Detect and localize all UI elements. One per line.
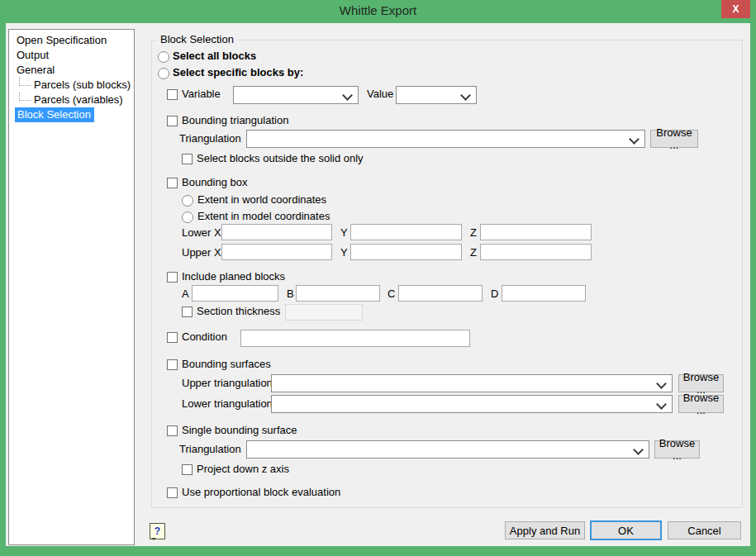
sidebar-item-general[interactable]: General: [9, 63, 134, 78]
lower-x-input[interactable]: [221, 224, 332, 240]
triangulation-browse-button[interactable]: Browse ...: [650, 130, 698, 148]
bounding-triangulation-label: Bounding triangulation: [182, 114, 288, 126]
plane-a-input[interactable]: [192, 285, 278, 302]
tree-item-label: General: [17, 64, 55, 76]
upper-triangulation-browse-button[interactable]: Browse ...: [678, 374, 724, 392]
close-button[interactable]: X: [721, 0, 750, 18]
project-down-z-label: Project down z axis: [197, 463, 289, 475]
chevron-down-icon: [629, 134, 640, 145]
plane-d-label: D: [491, 288, 498, 300]
tree-branch-icon: [19, 78, 31, 86]
value-dropdown[interactable]: [396, 86, 477, 104]
condition-input[interactable]: [240, 330, 470, 347]
upper-y-label: Y: [340, 246, 348, 259]
lower-y-label: Y: [340, 226, 348, 239]
variable-label: Variable: [182, 88, 221, 100]
proportional-evaluation-checkbox[interactable]: [167, 487, 178, 498]
upper-y-input[interactable]: [350, 244, 462, 260]
value-label: Value: [367, 88, 393, 100]
bounding-surfaces-checkbox[interactable]: [167, 359, 178, 370]
lower-triangulation-browse-button[interactable]: Browse ...: [678, 395, 724, 413]
sidebar-item-output[interactable]: Output: [9, 48, 134, 63]
tree-item-label: Parcels (variables): [34, 93, 123, 106]
single-triangulation-label: Triangulation: [179, 443, 241, 455]
single-bounding-surface-label: Single bounding surface: [182, 424, 297, 436]
chevron-down-icon: [342, 90, 353, 101]
lower-z-input[interactable]: [480, 224, 592, 240]
close-icon: X: [732, 3, 739, 15]
block-selection-group: Block Selection Select all blocks Select…: [151, 40, 743, 508]
plane-c-input[interactable]: [398, 285, 483, 302]
plane-d-input[interactable]: [502, 285, 586, 302]
upper-z-input[interactable]: [480, 244, 592, 260]
dialog-content: Open Specification Output General Parcel…: [6, 23, 750, 546]
condition-checkbox[interactable]: [167, 332, 178, 343]
upper-z-label: Z: [470, 246, 477, 259]
ok-button[interactable]: OK: [590, 520, 662, 540]
proportional-evaluation-label: Use proportional block evaluation: [182, 486, 340, 498]
group-title: Block Selection: [157, 33, 237, 45]
project-down-z-checkbox[interactable]: [182, 464, 193, 475]
variable-dropdown[interactable]: [233, 86, 359, 104]
window-title: Whittle Export: [0, 0, 756, 23]
single-bounding-surface-checkbox[interactable]: [167, 425, 178, 436]
bounding-box-checkbox[interactable]: [167, 178, 178, 188]
include-planed-blocks-label: Include planed blocks: [182, 270, 285, 283]
sidebar-item-parcels-sub-blocks[interactable]: Parcels (sub blocks): [9, 78, 134, 93]
select-all-blocks-radio[interactable]: [158, 51, 169, 63]
sidebar-item-block-selection[interactable]: Block Selection: [9, 107, 134, 122]
extent-world-radio[interactable]: [182, 195, 193, 207]
titlebar: Whittle Export X: [0, 0, 756, 23]
select-specific-blocks-label: Select specific blocks by:: [173, 66, 303, 78]
section-thickness-label: Section thickness: [197, 305, 280, 317]
select-blocks-outside-checkbox[interactable]: [182, 154, 193, 164]
select-all-blocks-label: Select all blocks: [173, 50, 256, 62]
sidebar-item-open-specification[interactable]: Open Specification: [9, 33, 134, 48]
tree-branch-icon: [19, 93, 31, 101]
chevron-down-icon: [656, 378, 667, 389]
chevron-down-icon: [656, 399, 667, 410]
bounding-surfaces-label: Bounding surfaces: [182, 358, 271, 370]
extent-model-label: Extent in model coordinates: [197, 210, 330, 222]
section-thickness-checkbox[interactable]: [182, 307, 193, 317]
chevron-down-icon: [460, 90, 471, 101]
plane-b-label: B: [287, 288, 294, 300]
include-planed-blocks-checkbox[interactable]: [167, 272, 178, 283]
lower-x-label: Lower X: [182, 226, 221, 239]
chevron-down-icon: [633, 444, 644, 455]
triangulation-dropdown[interactable]: [246, 130, 645, 148]
tree-item-label: Open Specification: [17, 34, 107, 46]
whittle-export-dialog: { "window": { "title": "Whittle Export",…: [0, 0, 756, 556]
lower-triangulation-label: Lower triangulation: [182, 397, 273, 410]
condition-label: Condition: [182, 330, 227, 343]
select-blocks-outside-label: Select blocks outside the solid only: [197, 152, 364, 164]
extent-model-radio[interactable]: [182, 211, 193, 223]
help-glyph: ?: [155, 525, 160, 537]
select-specific-blocks-radio[interactable]: [158, 68, 169, 79]
sidebar-item-parcels-variables[interactable]: Parcels (variables): [9, 93, 134, 107]
upper-x-label: Upper X: [182, 246, 221, 259]
plane-a-label: A: [182, 288, 189, 300]
lower-y-input[interactable]: [350, 224, 462, 240]
plane-c-label: C: [388, 288, 395, 300]
single-triangulation-browse-button[interactable]: Browse ...: [654, 440, 700, 459]
plane-b-input[interactable]: [296, 285, 380, 302]
help-icon[interactable]: ?: [150, 523, 165, 539]
cancel-button[interactable]: Cancel: [668, 521, 741, 539]
variable-checkbox[interactable]: [167, 89, 178, 100]
section-thickness-input: [285, 304, 363, 321]
tree-item-label: Block Selection: [15, 107, 94, 122]
upper-triangulation-label: Upper triangulation: [182, 377, 273, 389]
bounding-triangulation-checkbox[interactable]: [167, 116, 178, 126]
bounding-box-label: Bounding box: [182, 176, 248, 188]
sidebar-tree: Open Specification Output General Parcel…: [8, 29, 135, 545]
lower-triangulation-dropdown[interactable]: [271, 395, 673, 413]
lower-z-label: Z: [470, 226, 477, 239]
single-triangulation-dropdown[interactable]: [246, 440, 649, 459]
upper-triangulation-dropdown[interactable]: [271, 374, 673, 392]
extent-world-label: Extent in world coordinates: [197, 193, 326, 206]
apply-and-run-button[interactable]: Apply and Run: [505, 521, 585, 539]
tree-item-label: Output: [17, 49, 49, 61]
tree-item-label: Parcels (sub blocks): [34, 78, 131, 91]
upper-x-input[interactable]: [221, 244, 332, 260]
